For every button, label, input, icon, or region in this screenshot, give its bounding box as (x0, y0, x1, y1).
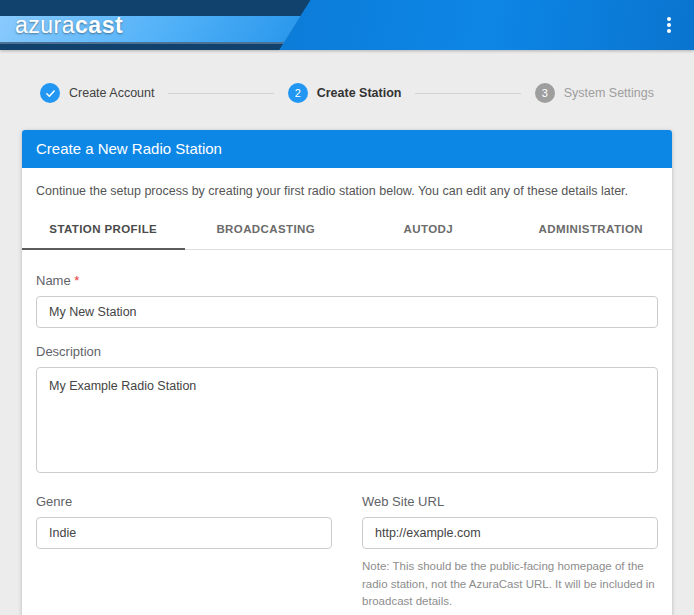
genre-input[interactable] (36, 517, 332, 549)
website-url-label: Web Site URL (362, 494, 658, 509)
app-logo: azuracast (15, 12, 123, 39)
name-label-text: Name (36, 273, 71, 288)
card-title: Create a New Radio Station (22, 130, 672, 168)
step-create-account: Create Account (40, 83, 154, 103)
create-station-card: Create a New Radio Station Continue the … (22, 130, 672, 615)
website-url-note: Note: This should be the public-facing h… (362, 558, 658, 611)
genre-column: Genre (36, 483, 332, 611)
tab-autodj[interactable]: AUTODJ (347, 211, 510, 250)
step-number-badge: 2 (288, 83, 308, 103)
tab-administration[interactable]: ADMINISTRATION (510, 211, 673, 250)
setup-stepper: Create Account 2 Create Station 3 System… (0, 82, 694, 104)
website-url-input[interactable] (362, 517, 658, 549)
station-tabs: STATION PROFILE BROADCASTING AUTODJ ADMI… (22, 211, 672, 250)
step-system-settings: 3 System Settings (535, 83, 654, 103)
description-label: Description (36, 344, 658, 359)
required-asterisk: * (74, 273, 79, 288)
tab-broadcasting[interactable]: BROADCASTING (185, 211, 348, 250)
app-header: azuracast (0, 0, 694, 50)
kebab-menu-icon[interactable] (658, 14, 680, 36)
description-textarea[interactable]: My Example Radio Station (36, 367, 658, 473)
tab-station-profile[interactable]: STATION PROFILE (22, 211, 185, 250)
step-label: Create Account (69, 86, 154, 100)
genre-website-row: Genre Web Site URL Note: This should be … (36, 483, 658, 611)
step-create-station: 2 Create Station (288, 83, 402, 103)
name-label: Name * (36, 273, 658, 288)
step-label: Create Station (317, 86, 402, 100)
station-profile-form: Name * Description My Example Radio Stat… (22, 250, 672, 615)
check-icon (40, 83, 60, 103)
logo-text-cast: cast (75, 12, 123, 38)
step-label: System Settings (564, 86, 654, 100)
logo-text-azura: azura (15, 12, 75, 38)
stepper-connector (415, 93, 520, 94)
genre-label: Genre (36, 494, 332, 509)
stepper-connector (168, 93, 273, 94)
step-number-badge: 3 (535, 83, 555, 103)
name-input[interactable] (36, 296, 658, 328)
website-column: Web Site URL Note: This should be the pu… (362, 483, 658, 611)
intro-text: Continue the setup process by creating y… (22, 168, 672, 207)
